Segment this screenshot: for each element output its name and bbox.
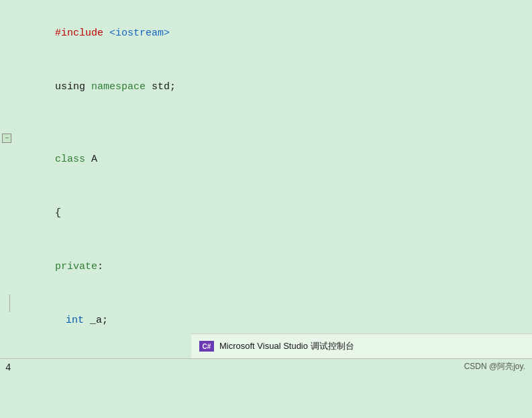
- output-bar: 4 CSDN @阿亮joy.: [0, 358, 532, 376]
- line-content-2: using namespace std;: [13, 61, 176, 113]
- iostream-lib: <iostream>: [109, 28, 170, 39]
- line-content-3: [13, 115, 25, 132]
- code-line-2: using namespace std;: [0, 60, 532, 114]
- code-line-6: private:: [0, 240, 532, 294]
- line-content-7: int _a;: [13, 295, 108, 347]
- code-line-3: [0, 114, 532, 133]
- watermark-text: CSDN @阿亮joy.: [464, 361, 525, 372]
- console-popup: C# Microsoft Visual Studio 调试控制台: [191, 333, 532, 358]
- console-title-text: Microsoft Visual Studio 调试控制台: [219, 340, 354, 352]
- code-line-4: − class A: [0, 133, 532, 187]
- gutter-4: −: [0, 134, 13, 143]
- code-line-1: #include <iostream>: [0, 7, 532, 60]
- collapse-button-4[interactable]: −: [2, 134, 11, 143]
- include-keyword: #include: [55, 28, 103, 39]
- code-editor: #include <iostream> using namespace std;…: [0, 0, 532, 376]
- vs-icon: C#: [199, 341, 214, 352]
- vline-7: [9, 295, 10, 312]
- line-content-1: #include <iostream>: [13, 7, 170, 60]
- output-value: 4: [5, 362, 11, 373]
- line-content-4: class A: [13, 134, 97, 186]
- gutter-7: [0, 295, 13, 312]
- code-line-5: {: [0, 187, 532, 240]
- line-content-5: {: [13, 187, 61, 240]
- line-content-6: private:: [13, 241, 103, 293]
